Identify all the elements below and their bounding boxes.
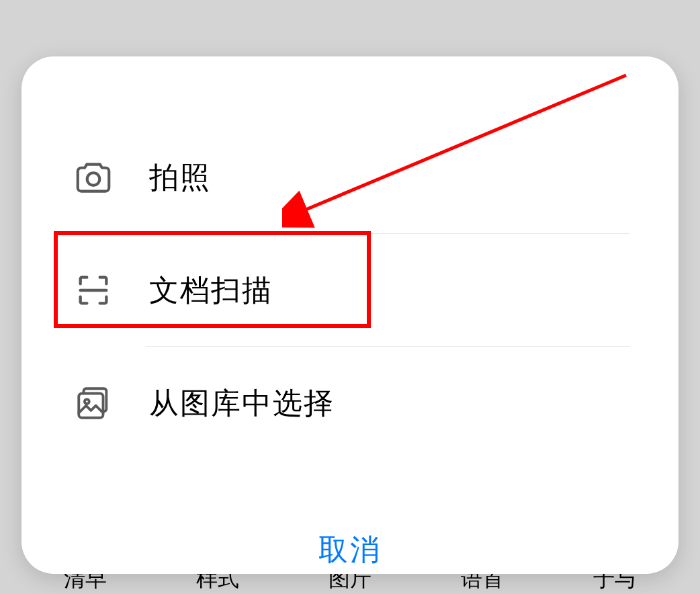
scan-icon: [70, 267, 117, 314]
cancel-button[interactable]: 取消: [21, 510, 679, 574]
camera-icon: [70, 154, 117, 201]
option-label: 文档扫描: [149, 271, 273, 310]
option-scan-document[interactable]: 文档扫描: [21, 234, 679, 347]
gallery-icon: [70, 380, 117, 427]
option-choose-from-gallery[interactable]: 从图库中选择: [21, 347, 679, 460]
action-sheet: 拍照 文档扫描: [21, 56, 679, 574]
option-label: 从图库中选择: [149, 384, 335, 423]
option-take-photo[interactable]: 拍照: [21, 121, 679, 234]
svg-point-3: [85, 399, 89, 404]
option-label: 拍照: [149, 158, 211, 198]
option-list: 拍照 文档扫描: [21, 56, 679, 510]
svg-point-0: [87, 173, 100, 185]
svg-rect-2: [79, 394, 103, 418]
